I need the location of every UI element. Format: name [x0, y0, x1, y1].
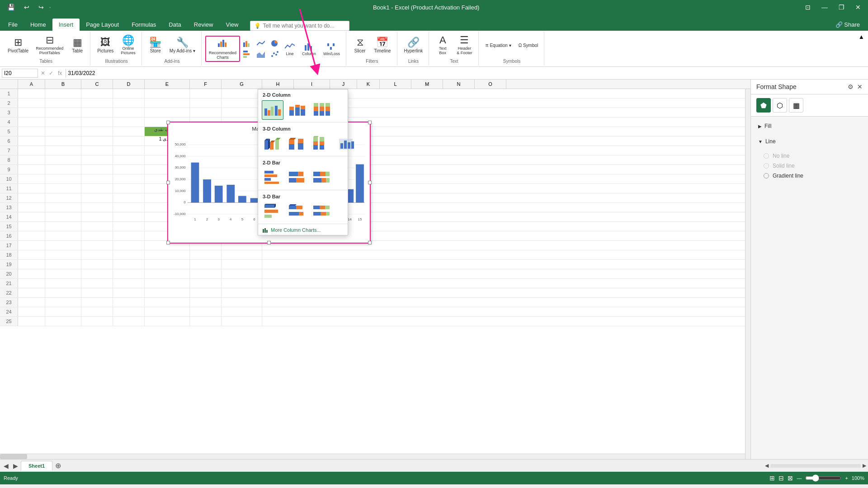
cell-c13[interactable] — [81, 203, 113, 212]
cell-a24[interactable] — [18, 307, 45, 316]
cell-d8[interactable] — [113, 155, 145, 164]
handle-ml[interactable] — [166, 181, 170, 184]
cell-c7[interactable] — [81, 146, 113, 155]
2d-clustered-icon[interactable] — [262, 100, 283, 120]
cell-e23[interactable] — [145, 298, 190, 307]
solid-line-option[interactable]: Solid line — [764, 161, 855, 171]
col-header-b[interactable]: B — [45, 80, 81, 89]
cell-a4[interactable] — [18, 117, 45, 127]
col-header-a[interactable]: A — [18, 80, 45, 89]
cell-c1[interactable] — [81, 89, 113, 98]
cell-g19[interactable] — [222, 260, 262, 269]
tab-view[interactable]: View — [219, 19, 245, 31]
col-header-i[interactable]: I — [294, 80, 330, 89]
symbol-button[interactable]: Ω Symbol — [515, 41, 542, 50]
col-header-m[interactable]: M — [411, 80, 443, 89]
cell-g25[interactable] — [222, 317, 262, 326]
cell-d22[interactable] — [113, 288, 145, 297]
cell-c3[interactable] — [81, 108, 113, 117]
2d-bar-clustered-icon[interactable] — [262, 168, 283, 188]
cell-b11[interactable] — [45, 184, 81, 193]
cell-b23[interactable] — [45, 298, 81, 307]
panel-tab-effects[interactable]: ⬡ — [773, 98, 787, 113]
handle-mr[interactable] — [368, 181, 372, 184]
cell-b2[interactable] — [45, 99, 81, 108]
col-header-l[interactable]: L — [380, 80, 411, 89]
vertical-scrollbar[interactable] — [745, 80, 750, 459]
cell-f18[interactable] — [190, 250, 222, 259]
cell-d19[interactable] — [113, 260, 145, 269]
no-line-option[interactable]: No line — [764, 151, 855, 161]
cell-a2[interactable] — [18, 99, 45, 108]
cell-b9[interactable] — [45, 165, 81, 174]
cell-b18[interactable] — [45, 250, 81, 259]
gradient-line-radio[interactable] — [764, 173, 769, 178]
gradient-line-option[interactable]: Gradient line — [764, 171, 855, 181]
handle-br[interactable] — [368, 241, 372, 244]
3d-stacked-icon[interactable] — [286, 134, 308, 154]
handle-bm[interactable] — [267, 241, 271, 244]
cell-a18[interactable] — [18, 250, 45, 259]
col-header-e[interactable]: E — [145, 80, 190, 89]
ribbon-collapse-button[interactable]: ▲ — [857, 32, 866, 42]
cell-c23[interactable] — [81, 298, 113, 307]
cell-c20[interactable] — [81, 269, 113, 278]
2d-bar-stacked-icon[interactable] — [286, 168, 308, 188]
cell-b22[interactable] — [45, 288, 81, 297]
3d-100stacked-icon[interactable] — [311, 134, 332, 154]
scroll-left-btn[interactable]: ◀ — [765, 463, 769, 469]
cell-b6[interactable] — [45, 136, 81, 145]
formula-input[interactable] — [68, 70, 866, 76]
col-header-j[interactable]: J — [330, 80, 357, 89]
cell-f23[interactable] — [190, 298, 222, 307]
tab-formulas[interactable]: Formulas — [125, 19, 162, 31]
cell-d4[interactable] — [113, 117, 145, 127]
panel-tab-layout[interactable]: ▦ — [789, 98, 803, 113]
cell-f25[interactable] — [190, 317, 222, 326]
window-icon-button[interactable]: ⊡ — [802, 3, 814, 12]
cell-c21[interactable] — [81, 279, 113, 288]
col-header-d[interactable]: D — [113, 80, 145, 89]
cell-d15[interactable] — [113, 222, 145, 231]
cell-c25[interactable] — [81, 317, 113, 326]
cell-a15[interactable] — [18, 222, 45, 231]
cell-f1[interactable] — [190, 89, 222, 98]
cell-b5[interactable] — [45, 127, 81, 136]
save-button[interactable]: 💾 — [4, 3, 19, 12]
cell-d3[interactable] — [113, 108, 145, 117]
undo-button[interactable]: ↩ — [20, 3, 33, 12]
cell-f24[interactable] — [190, 307, 222, 316]
cell-e2[interactable] — [145, 99, 190, 108]
cell-a6[interactable] — [18, 136, 45, 145]
normal-view-button[interactable]: ⊞ — [769, 474, 775, 482]
cell-b13[interactable] — [45, 203, 81, 212]
cell-b12[interactable] — [45, 193, 81, 202]
pie-chart-button[interactable] — [268, 38, 281, 48]
cell-c17[interactable] — [81, 241, 113, 250]
cell-g23[interactable] — [222, 298, 262, 307]
cell-f19[interactable] — [190, 260, 222, 269]
cell-d6[interactable] — [113, 136, 145, 145]
cell-a14[interactable] — [18, 212, 45, 221]
tab-home[interactable]: Home — [24, 19, 52, 31]
sparkline-line-button[interactable]: Line — [282, 40, 298, 58]
cell-b15[interactable] — [45, 222, 81, 231]
cell-d5[interactable] — [113, 127, 145, 136]
close-button[interactable]: ✕ — [852, 3, 864, 12]
cell-d16[interactable] — [113, 231, 145, 240]
cell-g24[interactable] — [222, 307, 262, 316]
cell-e20[interactable] — [145, 269, 190, 278]
cell-b17[interactable] — [45, 241, 81, 250]
cell-b3[interactable] — [45, 108, 81, 117]
h-scroll-thumb[interactable] — [0, 454, 27, 459]
zoom-in-icon[interactable]: + — [845, 475, 848, 481]
pictures-button[interactable]: 🖼 Pictures — [94, 36, 117, 55]
slicer-button[interactable]: ⧖ Slicer — [350, 36, 370, 55]
cell-a20[interactable] — [18, 269, 45, 278]
cell-c2[interactable] — [81, 99, 113, 108]
cell-d24[interactable] — [113, 307, 145, 316]
cell-e24[interactable] — [145, 307, 190, 316]
nav-left-button[interactable]: ◀ — [2, 462, 10, 469]
col-header-h[interactable]: H — [262, 80, 294, 89]
cell-d21[interactable] — [113, 279, 145, 288]
